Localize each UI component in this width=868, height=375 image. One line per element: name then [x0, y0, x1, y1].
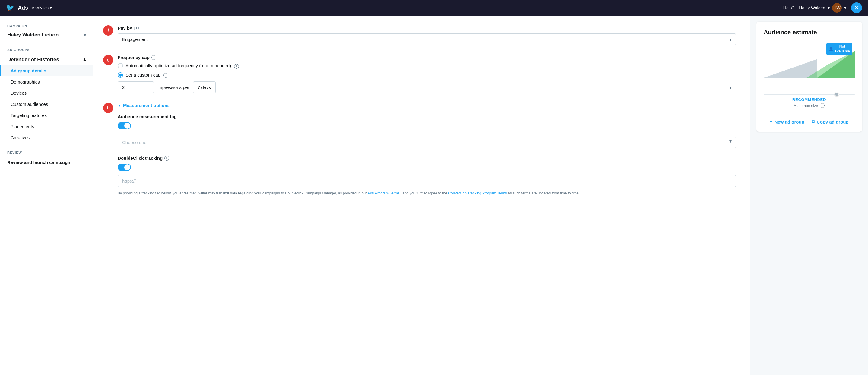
copy-ad-group-button[interactable]: ⧉ Copy ad group — [812, 119, 849, 125]
sidebar-item-placements[interactable]: Placements — [0, 121, 93, 132]
measurement-options-toggle[interactable]: ▼ Measurement options — [118, 103, 736, 108]
audience-tag-label: Audience measurement tag — [118, 114, 736, 119]
right-panel: Audience estimate 👤 Not available — [750, 16, 868, 375]
step-f-marker: f — [103, 25, 114, 36]
toggle-arrow-icon: ▼ — [118, 103, 121, 107]
radio-auto-label: Automatically optimize ad frequency (rec… — [125, 63, 239, 69]
sidebar-item-custom-audiences[interactable]: Custom audiences — [0, 99, 93, 110]
toggle-track: ✓ — [118, 122, 131, 129]
measurement-section: h ▼ Measurement options Audience measure… — [118, 103, 736, 196]
choose-one-select[interactable]: Choose one — [118, 136, 736, 148]
step-g-marker: g — [103, 55, 114, 65]
campaign-title[interactable]: Haley Walden Fiction ▾ — [0, 30, 93, 43]
review-launch-button[interactable]: Review and launch campaign — [0, 157, 93, 168]
copy-icon: ⧉ — [812, 119, 815, 125]
radio-circle-auto — [118, 63, 123, 68]
toggle-track-dc: ✓ — [118, 164, 131, 171]
toggle-check-icon: ✓ — [120, 124, 123, 128]
impressions-number-input[interactable]: 2 — [118, 82, 154, 93]
step-h-marker: h — [103, 103, 114, 113]
tracking-url-wrapper — [118, 175, 736, 187]
audience-size-row: Audience size i — [764, 103, 855, 108]
help-link[interactable]: Help? — [783, 5, 795, 10]
frequency-cap-label: Frequency cap i — [118, 55, 736, 60]
svg-marker-0 — [764, 59, 817, 78]
audience-estimate-title: Audience estimate — [764, 29, 855, 36]
audience-chart: 👤 Not available — [764, 41, 855, 89]
new-ad-group-button[interactable]: + New ad group — [770, 119, 804, 125]
expand-icon: ▾ — [844, 5, 846, 10]
tracking-url-input[interactable] — [118, 175, 736, 187]
main-content: f Pay by i Engagement g Frequency cap i — [93, 16, 750, 375]
avatar: HW — [832, 3, 842, 13]
analytics-button[interactable]: Analytics ▾ — [32, 5, 52, 10]
chevron-down-icon: ▾ — [84, 33, 86, 37]
create-button[interactable]: ✕ — [851, 2, 862, 13]
ad-group-name[interactable]: Defender of Histories ▴ — [0, 54, 93, 65]
pay-by-info-icon[interactable]: i — [134, 26, 139, 30]
period-select[interactable]: 7 days — [193, 82, 216, 93]
audience-slider[interactable] — [764, 94, 855, 95]
person-icon: 👤 — [829, 47, 833, 52]
pay-by-label: Pay by i — [118, 25, 736, 30]
audience-measurement-tag-section: Audience measurement tag ✓ Choose one — [118, 114, 736, 148]
user-menu[interactable]: Haley Walden ▾ HW ▾ — [799, 3, 846, 13]
toggle-thumb-dc — [124, 164, 130, 170]
recommended-label: RECOMMENDED — [764, 97, 855, 102]
custom-cap-info-icon[interactable]: i — [163, 73, 168, 78]
twitter-logo-icon: 🐦 — [6, 4, 14, 12]
measurement-toggle-label: Measurement options — [123, 103, 170, 108]
action-row: + New ad group ⧉ Copy ad group — [764, 119, 855, 125]
impressions-row: 2 impressions per 7 days — [118, 82, 736, 93]
frequency-cap-info-icon[interactable]: i — [151, 55, 156, 60]
radio-custom-label: Set a custom cap i — [125, 72, 168, 78]
doubleclick-info-icon[interactable]: i — [164, 156, 169, 161]
audience-size-info-icon[interactable]: i — [820, 103, 825, 108]
doubleclick-toggle[interactable]: ✓ — [118, 164, 131, 171]
toggle-thumb — [124, 123, 130, 129]
pay-by-input[interactable]: Engagement — [118, 33, 736, 45]
auto-optimize-info-icon[interactable]: i — [234, 64, 239, 69]
frequency-cap-radio-group: Automatically optimize ad frequency (rec… — [118, 63, 736, 78]
sidebar-item-ad-group-details[interactable]: Ad group details — [0, 65, 93, 76]
choose-one-wrapper: Choose one — [118, 133, 736, 148]
chevron-down-icon: ▾ — [50, 5, 52, 10]
slider-fill — [764, 94, 837, 95]
period-select-wrapper: 7 days — [193, 82, 736, 93]
radio-circle-custom — [118, 72, 123, 78]
top-navigation: 🐦 Ads Analytics ▾ Help? Haley Walden ▾ H… — [0, 0, 868, 16]
sidebar-item-targeting-features[interactable]: Targeting features — [0, 110, 93, 121]
pay-by-select-wrapper: Engagement — [118, 33, 736, 45]
sidebar-item-creatives[interactable]: Creatives — [0, 132, 93, 143]
audience-estimate-card: Audience estimate 👤 Not available — [756, 22, 862, 132]
not-available-badge: 👤 Not available — [826, 43, 852, 55]
campaign-name-label: Haley Walden Fiction — [7, 32, 59, 38]
chevron-up-icon: ▴ — [83, 56, 86, 63]
frequency-cap-section: g Frequency cap i Automatically optimize… — [118, 55, 736, 93]
review-section-label: REVIEW — [0, 146, 93, 157]
copy-ad-group-label: Copy ad group — [817, 119, 849, 125]
ads-program-terms-link[interactable]: Ads Program Terms — [368, 191, 400, 195]
doubleclick-label: DoubleClick tracking i — [118, 156, 736, 161]
conversion-tracking-link[interactable]: Conversion Tracking Program Terms — [448, 191, 507, 195]
user-name-label: Haley Walden — [799, 5, 825, 10]
doubleclick-section: DoubleClick tracking i ✓ By providing a … — [118, 156, 736, 196]
impressions-per-label: impressions per — [157, 85, 189, 90]
radio-custom-cap[interactable]: Set a custom cap i — [118, 72, 736, 78]
ads-label: Ads — [18, 5, 28, 11]
sidebar-item-demographics[interactable]: Demographics — [0, 76, 93, 87]
new-ad-group-label: New ad group — [775, 119, 804, 125]
audience-tag-toggle[interactable]: ✓ — [118, 122, 131, 129]
pay-by-section: f Pay by i Engagement — [118, 25, 736, 45]
sidebar: CAMPAIGN Haley Walden Fiction ▾ AD GROUP… — [0, 16, 93, 375]
sidebar-item-devices[interactable]: Devices — [0, 87, 93, 99]
tracking-disclaimer: By providing a tracking tag below, you a… — [118, 190, 736, 196]
ad-group-name-label: Defender of Histories — [7, 57, 59, 63]
radio-auto-optimize[interactable]: Automatically optimize ad frequency (rec… — [118, 63, 736, 69]
divider — [764, 114, 855, 114]
audience-size-label: Audience size — [794, 103, 818, 108]
chevron-down-icon: ▾ — [828, 5, 830, 10]
sidebar-nav: Ad group details Demographics Devices Cu… — [0, 65, 93, 143]
toggle-check-dc-icon: ✓ — [120, 165, 123, 169]
slider-thumb — [835, 92, 839, 96]
